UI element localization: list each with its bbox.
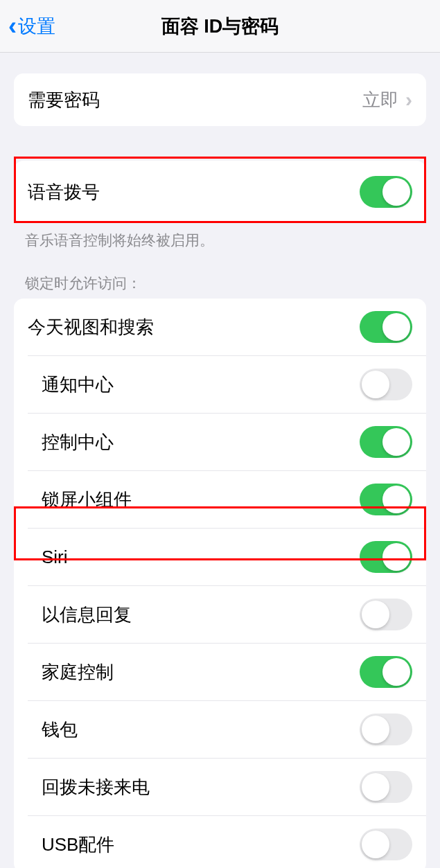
toggle-knob <box>382 658 410 686</box>
lock-access-row[interactable]: 以信息回复 <box>28 585 426 643</box>
toggle-knob <box>362 773 389 801</box>
lock-access-label: Siri <box>42 547 68 568</box>
lock-access-toggle[interactable] <box>360 311 412 343</box>
lock-access-label: 锁屏小组件 <box>42 488 132 512</box>
lock-access-toggle[interactable] <box>360 484 412 515</box>
toggle-knob <box>362 831 389 858</box>
lock-access-group: 今天视图和搜索通知中心控制中心锁屏小组件Siri以信息回复家庭控制钱包回拨未接来… <box>14 299 426 868</box>
lock-access-toggle[interactable] <box>360 829 412 860</box>
toggle-knob <box>362 601 389 628</box>
chevron-right-icon: › <box>405 88 412 112</box>
navigation-bar: ‹ 设置 面容 ID与密码 <box>0 0 440 53</box>
toggle-knob <box>382 486 410 513</box>
toggle-knob <box>382 543 410 571</box>
lock-access-label: 钱包 <box>42 718 78 742</box>
lock-access-row[interactable]: 通知中心 <box>28 355 426 413</box>
lock-access-toggle[interactable] <box>360 656 412 688</box>
lock-access-toggle[interactable] <box>360 369 412 400</box>
toggle-knob <box>362 716 389 743</box>
require-passcode-group: 需要密码 立即 › <box>14 73 426 126</box>
voice-dial-toggle[interactable] <box>360 176 412 208</box>
toggle-knob <box>382 428 410 456</box>
chevron-left-icon: ‹ <box>8 14 17 39</box>
toggle-knob <box>382 178 410 206</box>
lock-access-label: 控制中心 <box>42 430 114 454</box>
lock-access-row[interactable]: Siri <box>28 528 426 585</box>
voice-dial-footer: 音乐语音控制将始终被启用。 <box>0 223 440 250</box>
lock-access-label: 通知中心 <box>42 373 114 397</box>
lock-access-label: 家庭控制 <box>42 660 114 684</box>
back-button[interactable]: ‹ 设置 <box>0 14 55 39</box>
voice-dial-label: 语音拨号 <box>28 180 100 204</box>
lock-access-toggle[interactable] <box>360 541 412 573</box>
voice-dial-row[interactable]: 语音拨号 <box>14 161 426 223</box>
back-label: 设置 <box>18 14 55 39</box>
voice-dial-group: 语音拨号 <box>14 161 426 223</box>
require-passcode-label: 需要密码 <box>28 88 100 112</box>
lock-access-toggle[interactable] <box>360 599 412 630</box>
lock-access-header: 锁定时允许访问： <box>0 250 440 299</box>
lock-access-row[interactable]: 钱包 <box>28 700 426 758</box>
lock-access-label: 今天视图和搜索 <box>28 315 154 339</box>
lock-access-toggle[interactable] <box>360 426 412 458</box>
toggle-knob <box>382 313 410 341</box>
page-title: 面容 ID与密码 <box>161 14 279 39</box>
require-passcode-row[interactable]: 需要密码 立即 › <box>14 73 426 126</box>
lock-access-row[interactable]: 今天视图和搜索 <box>14 299 426 355</box>
lock-access-row[interactable]: 回拨未接来电 <box>28 758 426 815</box>
lock-access-label: USB配件 <box>42 833 114 857</box>
toggle-knob <box>362 371 389 398</box>
lock-access-row[interactable]: 锁屏小组件 <box>28 470 426 528</box>
lock-access-toggle[interactable] <box>360 771 412 803</box>
lock-access-label: 回拨未接来电 <box>42 775 150 799</box>
require-passcode-value: 立即 <box>362 88 398 112</box>
lock-access-toggle[interactable] <box>360 714 412 745</box>
lock-access-label: 以信息回复 <box>42 603 132 627</box>
lock-access-row[interactable]: USB配件 <box>28 815 426 868</box>
lock-access-row[interactable]: 家庭控制 <box>28 643 426 700</box>
lock-access-row[interactable]: 控制中心 <box>28 413 426 470</box>
